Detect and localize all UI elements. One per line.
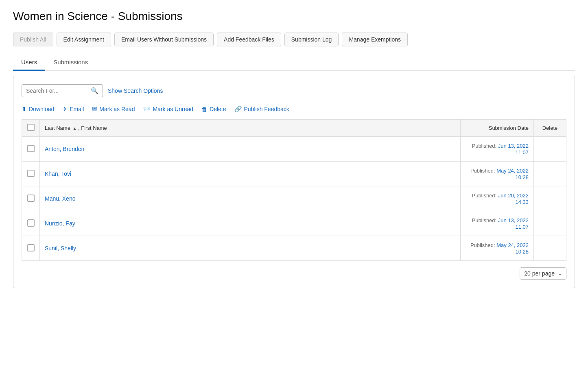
actions-row: ⬆Download✈Email✉Mark as Read📨Mark as Unr… [22, 105, 566, 113]
publish-all-button[interactable]: Publish All [13, 33, 53, 46]
table-row: Manu, XenoPublished: Jun 20, 2022 14:33 [22, 186, 566, 211]
pagination-row: 20 per page ⌄ [22, 267, 566, 280]
tab-users[interactable]: Users [13, 55, 45, 71]
student-name-link[interactable]: Sunil, Shelly [45, 245, 76, 251]
add-feedback-button[interactable]: Add Feedback Files [217, 33, 281, 46]
publish-feedback-label: Publish Feedback [244, 106, 289, 112]
submission-date-value: Jun 13, 2022 11:07 [498, 143, 529, 155]
student-name-link[interactable]: Khan, Tovi [45, 171, 71, 177]
published-label: Published: [470, 242, 496, 248]
row-submission-date-cell: Published: Jun 20, 2022 14:33 [461, 186, 534, 211]
header-delete: Delete [534, 120, 566, 137]
chevron-down-icon: ⌄ [558, 271, 562, 276]
search-icon: 🔍 [91, 87, 98, 94]
header-name[interactable]: Last Name ▲ , First Name [40, 120, 461, 137]
published-label: Published: [472, 143, 498, 149]
per-page-label: 20 per page [524, 270, 555, 277]
search-row: 🔍 Show Search Options [22, 84, 566, 97]
row-name-cell: Nunzio, Fay [40, 211, 461, 236]
tab-submissions[interactable]: Submissions [45, 55, 96, 71]
row-checkbox-cell [22, 186, 40, 211]
submission-date-value: May 24, 2022 10:28 [496, 168, 529, 180]
row-checkbox[interactable] [27, 145, 35, 152]
email-icon: ✈ [62, 105, 68, 113]
mark-as-read-icon: ✉ [92, 105, 97, 113]
delete-label: Delete [210, 106, 226, 112]
mark-as-unread-label: Mark as Unread [153, 106, 193, 112]
edit-assignment-button[interactable]: Edit Assignment [57, 33, 111, 46]
row-delete-cell [534, 211, 566, 236]
select-all-checkbox[interactable] [27, 124, 35, 131]
table-row: Anton, BrendenPublished: Jun 13, 2022 11… [22, 137, 566, 162]
header-submission-date[interactable]: Submission Date [461, 120, 534, 137]
published-label: Published: [472, 192, 498, 199]
submission-date-label: Submission Date [489, 125, 529, 131]
search-input[interactable] [26, 87, 89, 94]
published-label: Published: [470, 168, 496, 174]
published-label: Published: [472, 217, 498, 223]
delete-action-button[interactable]: 🗑Delete [201, 106, 226, 113]
show-search-options-link[interactable]: Show Search Options [108, 87, 163, 94]
row-name-cell: Khan, Tovi [40, 162, 461, 186]
publish-feedback-icon: 🔗 [234, 105, 242, 113]
delete-label: Delete [542, 125, 558, 131]
row-submission-date-cell: Published: May 24, 2022 10:28 [461, 236, 534, 261]
table-row: Khan, ToviPublished: May 24, 2022 10:28 [22, 162, 566, 186]
row-delete-cell [534, 186, 566, 211]
sort-asc-icon: ▲ [73, 126, 77, 131]
row-delete-cell [534, 137, 566, 162]
email-users-button[interactable]: Email Users Without Submissions [114, 33, 214, 46]
tabs-container: UsersSubmissions [13, 55, 575, 71]
row-checkbox-cell [22, 211, 40, 236]
header-firstname-label: , First Name [78, 125, 107, 131]
search-box[interactable]: 🔍 [22, 84, 103, 97]
row-checkbox-cell [22, 236, 40, 261]
row-checkbox-cell [22, 137, 40, 162]
row-submission-date-cell: Published: May 24, 2022 10:28 [461, 162, 534, 186]
submission-date-value: Jun 20, 2022 14:33 [498, 192, 529, 205]
publish-feedback-action-button[interactable]: 🔗Publish Feedback [234, 105, 289, 113]
mark-as-unread-action-button[interactable]: 📨Mark as Unread [143, 105, 193, 113]
student-name-link[interactable]: Anton, Brenden [45, 146, 84, 152]
submissions-table: Last Name ▲ , First Name Submission Date… [22, 119, 566, 261]
table-head: Last Name ▲ , First Name Submission Date… [22, 120, 566, 137]
row-name-cell: Sunil, Shelly [40, 236, 461, 261]
header-checkbox [22, 120, 40, 137]
table-body: Anton, BrendenPublished: Jun 13, 2022 11… [22, 137, 566, 261]
submission-log-button[interactable]: Submission Log [284, 33, 339, 46]
student-name-link[interactable]: Nunzio, Fay [45, 220, 75, 227]
header-name-label: Last Name [45, 125, 70, 131]
delete-icon: 🗑 [201, 106, 208, 113]
student-name-link[interactable]: Manu, Xeno [45, 195, 76, 202]
toolbar: Publish AllEdit AssignmentEmail Users Wi… [13, 33, 575, 46]
table-header-row: Last Name ▲ , First Name Submission Date… [22, 120, 566, 137]
row-checkbox[interactable] [27, 195, 35, 202]
page-wrapper: Women in Science - Submissions Publish A… [0, 0, 588, 387]
mark-as-read-action-button[interactable]: ✉Mark as Read [92, 105, 135, 113]
row-submission-date-cell: Published: Jun 13, 2022 11:07 [461, 211, 534, 236]
download-label: Download [29, 106, 54, 112]
page-title: Women in Science - Submissions [13, 10, 575, 23]
manage-exemptions-button[interactable]: Manage Exemptions [342, 33, 408, 46]
download-icon: ⬆ [22, 105, 27, 113]
submission-date-value: Jun 13, 2022 11:07 [498, 217, 529, 230]
row-delete-cell [534, 162, 566, 186]
table-row: Nunzio, FayPublished: Jun 13, 2022 11:07 [22, 211, 566, 236]
row-checkbox[interactable] [27, 219, 35, 227]
download-action-button[interactable]: ⬆Download [22, 105, 54, 113]
row-submission-date-cell: Published: Jun 13, 2022 11:07 [461, 137, 534, 162]
row-checkbox[interactable] [27, 170, 35, 177]
email-label: Email [70, 106, 84, 112]
per-page-select[interactable]: 20 per page ⌄ [520, 267, 566, 280]
email-action-button[interactable]: ✈Email [62, 105, 84, 113]
content-panel: 🔍 Show Search Options ⬆Download✈Email✉Ma… [13, 76, 575, 288]
tabs: UsersSubmissions [13, 55, 575, 70]
row-checkbox[interactable] [27, 244, 35, 251]
submission-date-value: May 24, 2022 10:28 [496, 242, 529, 255]
row-checkbox-cell [22, 162, 40, 186]
mark-as-unread-icon: 📨 [143, 105, 151, 113]
row-name-cell: Anton, Brenden [40, 137, 461, 162]
row-delete-cell [534, 236, 566, 261]
mark-as-read-label: Mark as Read [99, 106, 135, 112]
row-name-cell: Manu, Xeno [40, 186, 461, 211]
